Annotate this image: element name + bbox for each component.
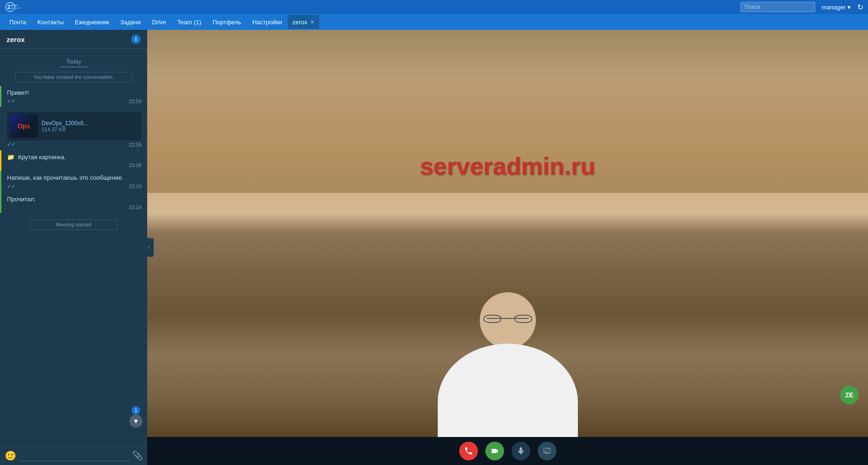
phone-icon: [464, 446, 473, 456]
screen-share-button[interactable]: [538, 442, 556, 460]
message-meta: 23:08: [7, 162, 142, 168]
nav-pochta[interactable]: Почта: [4, 15, 32, 29]
date-divider: Today: [0, 58, 147, 67]
nav-ezhednevnik[interactable]: Ежедневник: [69, 15, 114, 29]
mic-button[interactable]: [512, 442, 530, 460]
file-message-content: Ops DevOps_1200x8... 114.37 KB ✓✓ 22:59: [7, 110, 142, 148]
message-text: Привет!: [7, 89, 142, 97]
nav-tab-zerox[interactable]: zerox ✕: [288, 15, 319, 29]
tab-zerox-close-icon[interactable]: ✕: [310, 19, 314, 25]
svg-text:Z: Z: [7, 5, 10, 10]
person-body: [438, 344, 578, 437]
nav-portfolio[interactable]: Портфель: [207, 15, 247, 29]
message-row: Напиши, как прочитаешь это сообщение. ✓✓…: [0, 171, 147, 192]
message-content: Привет! ✓✓ 22:59: [7, 89, 142, 104]
meeting-started-area: Meeting started: [0, 219, 147, 230]
nav-team[interactable]: Team (1): [172, 15, 207, 29]
logo-area: Z zimbra A SYNACOR PRODUCT: [5, 1, 23, 13]
user-dropdown-icon: ▾: [847, 4, 851, 11]
collapse-sidebar-btn[interactable]: ‹: [144, 238, 154, 257]
message-meta: ✓✓ 22:59: [7, 98, 142, 104]
user-menu[interactable]: manager ▾: [818, 4, 854, 11]
username-label: manager: [822, 4, 846, 11]
message-text: Напиши, как прочитаешь это сообщение.: [7, 174, 142, 182]
file-info: DevOps_1200x8... 114.37 KB: [42, 120, 139, 132]
message-meta: 23:14: [7, 204, 142, 210]
end-call-button[interactable]: [459, 442, 478, 460]
chat-sidebar: zerox i Today You have created the conve…: [0, 30, 147, 465]
file-name: DevOps_1200x8...: [42, 120, 139, 127]
video-container: serveradmin.ru ZE: [147, 30, 868, 465]
system-message-area: You have created the conversation.: [0, 72, 147, 82]
refresh-icon[interactable]: ↻: [857, 3, 863, 12]
emoji-icon: 📁: [7, 154, 14, 161]
camera-button[interactable]: [485, 442, 504, 460]
main-content: zerox i Today You have created the conve…: [0, 30, 868, 465]
file-message-meta: ✓✓ 22:59: [7, 141, 142, 148]
svg-line-4: [544, 448, 550, 453]
message-meta: ✓✓ 23:10: [7, 183, 142, 190]
info-icon[interactable]: i: [131, 35, 141, 44]
tab-zerox-label: zerox: [292, 19, 307, 26]
zimbra-logo-icon: Z zimbra A SYNACOR PRODUCT: [5, 1, 21, 13]
message-row: Прочитал. 23:14: [0, 192, 147, 213]
camera-icon: [491, 447, 499, 455]
svg-text:A SYNACOR PRODUCT: A SYNACOR PRODUCT: [11, 7, 21, 9]
message-row: Привет! ✓✓ 22:59: [0, 86, 147, 107]
chat-input-area: 🙂 📎: [0, 446, 147, 465]
glasses-left: [484, 315, 501, 323]
file-preview[interactable]: Ops DevOps_1200x8... 114.37 KB: [7, 112, 142, 141]
nav-settings[interactable]: Настройки: [247, 15, 288, 29]
nav-zadachi[interactable]: Задачи: [115, 15, 147, 29]
navbar: Почта Контакты Ежедневник Задачи Drive T…: [0, 14, 868, 30]
message-text: Прочитал.: [7, 195, 142, 204]
attach-button[interactable]: 📎: [132, 451, 142, 461]
file-message-row: Ops DevOps_1200x8... 114.37 KB ✓✓ 22:59: [0, 107, 147, 150]
message-text: 📁 Крутая картинка.: [7, 153, 142, 162]
file-thumb-inner: Ops: [10, 114, 38, 138]
file-thumbnail: Ops: [10, 114, 38, 138]
scroll-indicator: 1 ▼: [129, 406, 142, 428]
message-check-icon: ✓✓: [7, 183, 15, 190]
person-head: [480, 292, 536, 348]
nav-kontakty[interactable]: Контакты: [32, 15, 69, 29]
chat-input-field[interactable]: [20, 450, 128, 461]
search-area: manager ▾ ↻: [740, 2, 863, 12]
video-main: serveradmin.ru ZE: [147, 30, 868, 437]
file-check-icon: ✓✓: [7, 141, 15, 148]
scroll-badge: 1: [132, 406, 140, 415]
message-content: Прочитал. 23:14: [7, 195, 142, 210]
message-row: 📁 Крутая картинка. 23:08: [0, 150, 147, 171]
chat-messages[interactable]: Today You have created the conversation.…: [0, 49, 147, 446]
message-time: 23:14: [128, 204, 142, 210]
message-content: Напиши, как прочитаешь это сообщение. ✓✓…: [7, 174, 142, 189]
chat-title: zerox: [7, 35, 131, 43]
video-controls: [147, 437, 868, 465]
message-time: 23:08: [128, 162, 142, 168]
message-time: 22:59: [128, 99, 142, 104]
search-input[interactable]: [740, 2, 815, 12]
system-message: You have created the conversation.: [15, 72, 133, 82]
participant-badge: ZE: [840, 386, 859, 404]
topbar: Z zimbra A SYNACOR PRODUCT manager ▾ ↻: [0, 0, 868, 14]
person-figure: [438, 264, 578, 437]
file-size: 114.37 KB: [42, 127, 139, 132]
meeting-started-label: Meeting started: [29, 219, 118, 230]
mic-icon: [517, 447, 525, 455]
file-time: 22:59: [128, 142, 142, 148]
message-time: 23:10: [128, 183, 142, 189]
screen-share-icon: [542, 447, 552, 455]
svg-text:zimbra: zimbra: [11, 4, 18, 7]
message-check-icon: ✓✓: [7, 98, 15, 104]
nav-drive[interactable]: Drive: [146, 15, 171, 29]
sidebar-header: zerox i: [0, 30, 147, 49]
message-content: 📁 Крутая картинка. 23:08: [7, 153, 142, 168]
video-background: serveradmin.ru: [147, 30, 868, 437]
file-thumb-label: Ops: [17, 122, 30, 130]
video-watermark: serveradmin.ru: [420, 152, 596, 180]
glasses-right: [514, 315, 532, 323]
scroll-arrow-btn[interactable]: ▼: [129, 415, 142, 428]
emoji-button[interactable]: 🙂: [5, 450, 16, 461]
